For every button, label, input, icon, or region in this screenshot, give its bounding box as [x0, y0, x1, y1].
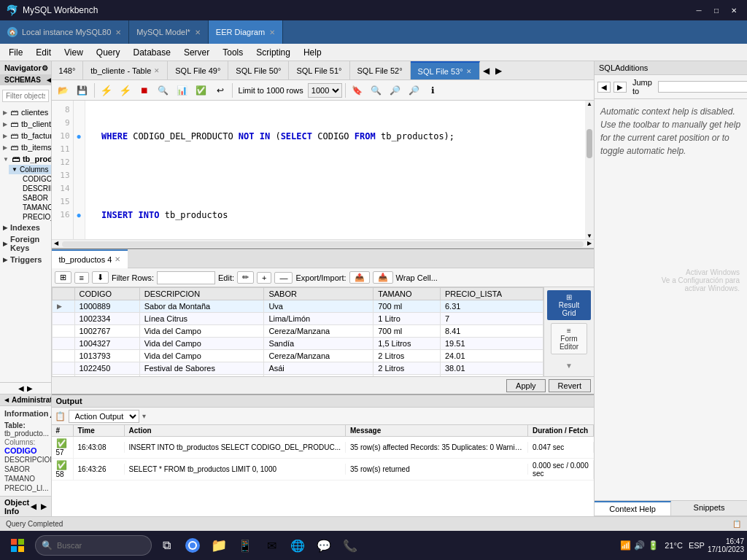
schema-item-tb-cliente[interactable]: ▶ 🗃 tb_cliente — [0, 118, 51, 130]
zoom-in-btn[interactable]: 🔎 — [406, 82, 423, 99]
minimize-button[interactable]: ─ — [692, 3, 706, 18]
schema-item-tb-productos[interactable]: ▼ 🗃 tb_productos — [0, 153, 51, 165]
scroll-up-btn[interactable]: ▲ — [585, 101, 594, 107]
schemas-tab[interactable]: SCHEMAS — [4, 76, 41, 84]
filter-rows-input[interactable] — [157, 271, 215, 284]
editor-tab-sql49[interactable]: SQL File 49° — [168, 61, 228, 80]
navigator-options-icon[interactable]: ⚙ — [42, 64, 48, 72]
result-grid-side-btn[interactable]: ⊞ResultGrid — [547, 290, 591, 320]
tab-nav-next[interactable]: ▶ — [492, 66, 505, 76]
col-sabor[interactable]: SABOR — [18, 193, 51, 203]
jump-next-btn[interactable]: ▶ — [614, 82, 627, 93]
schema-item-clientes[interactable]: ▶ 🗃 clientes — [0, 106, 51, 118]
snippets-tab[interactable]: Snippets — [671, 501, 747, 516]
col-descripcion[interactable]: DESCRIPCION — [18, 184, 51, 193]
edit-delete-btn[interactable]: — — [274, 272, 293, 284]
indexes-section[interactable]: ▶ Indexes — [0, 222, 51, 233]
tab-close-sql53[interactable]: ✕ — [466, 68, 472, 75]
action-output-select[interactable]: Action Output — [69, 410, 139, 423]
col-tamano[interactable]: TAMANO — [18, 203, 51, 212]
editor-tab-sql50[interactable]: SQL File 50° — [228, 61, 289, 80]
edit-add-btn[interactable]: + — [257, 272, 271, 284]
table-row[interactable]: 1002767 Vida del Campo Cereza/Manzana 70… — [52, 325, 543, 338]
eer-tab-close[interactable]: ✕ — [269, 28, 275, 36]
result-tab-tb-productos[interactable]: tb_productos 4 ✕ — [52, 249, 128, 268]
jump-to-input[interactable] — [658, 81, 747, 93]
obj-info-left[interactable]: ◀ — [31, 502, 36, 510]
save-file-btn[interactable]: 💾 — [74, 82, 91, 99]
model-tab[interactable]: MySQL Model* ✕ — [129, 20, 209, 44]
debug-btn[interactable]: 🔍 — [155, 82, 172, 99]
limit-rows-select[interactable]: 1000 500 200 — [308, 83, 342, 98]
menu-server[interactable]: Server — [178, 46, 215, 59]
foreign-keys-section[interactable]: ▶ Foreign Keys — [0, 233, 51, 254]
triggers-section[interactable]: ▶ Triggers — [0, 254, 51, 265]
editor-scrollbar[interactable]: ▲ ▼ — [585, 101, 594, 239]
schema-item-tb-factura[interactable]: ▶ 🗃 tb_factura — [0, 130, 51, 141]
editor-tab-sql53[interactable]: SQL File 53° ✕ — [411, 61, 480, 80]
export-btn[interactable]: 📤 — [349, 271, 370, 284]
form-editor-btn[interactable]: ≡FormEditor — [551, 323, 587, 354]
explain-btn[interactable]: 📊 — [174, 82, 191, 99]
info-btn[interactable]: ℹ — [425, 82, 442, 99]
battery-icon[interactable]: 🔋 — [648, 540, 659, 551]
bookmark-btn[interactable]: 🔖 — [349, 82, 366, 99]
menu-view[interactable]: View — [58, 46, 89, 59]
result-form-btn[interactable]: ≡ — [74, 272, 89, 284]
app-icon-2[interactable]: ✉ — [260, 534, 283, 557]
stop-query-btn[interactable]: ⏹ — [136, 82, 153, 99]
menu-edit[interactable]: Edit — [30, 46, 57, 59]
app-icon-1[interactable]: 📱 — [233, 534, 257, 557]
menu-scripting[interactable]: Scripting — [250, 46, 296, 59]
sql-content[interactable]: WHERE CODIGO_DEL_PRODUCTO NOT IN (SELECT… — [85, 101, 585, 239]
table-row[interactable]: ▶ 1000889 Sabor da Montaña Uva 700 ml 6.… — [52, 300, 543, 313]
scroll-down-results-btn[interactable]: ▼ — [551, 357, 587, 373]
scroll-thumb[interactable] — [587, 129, 592, 158]
menu-file[interactable]: File — [3, 46, 28, 59]
editor-tab-tb-cliente[interactable]: tb_cliente - Table ✕ — [83, 61, 168, 80]
menu-query[interactable]: Query — [90, 46, 126, 59]
sidebar-collapse-btn[interactable]: ◀ — [18, 384, 24, 392]
eer-tab[interactable]: EER Diagram ✕ — [209, 20, 283, 44]
scroll-down-btn[interactable]: ▼ — [585, 233, 594, 239]
menu-tools[interactable]: Tools — [217, 46, 249, 59]
commit-btn[interactable]: ✅ — [193, 82, 210, 99]
col-precio[interactable]: PRECIO_LI... — [18, 212, 51, 222]
output-icon[interactable]: 📋 — [732, 520, 741, 528]
app-icon-5[interactable]: 📞 — [338, 534, 362, 557]
app-icon-4[interactable]: 💬 — [312, 534, 336, 557]
tab-nav-prev[interactable]: ◀ — [480, 66, 492, 76]
search-btn[interactable]: 🔍 — [368, 82, 385, 99]
app-icon-3[interactable]: 🌐 — [286, 534, 309, 557]
result-grid-view-btn[interactable]: ⊞ — [55, 271, 71, 284]
close-button[interactable]: ✕ — [727, 3, 741, 18]
maximize-button[interactable]: □ — [709, 3, 724, 18]
obj-info-right[interactable]: ▶ — [41, 502, 47, 510]
rollback-btn[interactable]: ↩ — [212, 82, 229, 99]
model-tab-close[interactable]: ✕ — [195, 28, 201, 36]
file-explorer-icon[interactable]: 📁 — [207, 534, 231, 557]
edit-pencil-btn[interactable]: ✏ — [237, 271, 254, 284]
run-selected-btn[interactable]: ⚡ — [117, 82, 134, 99]
taskbar-clock[interactable]: 16:47 17/10/2023 — [708, 537, 744, 553]
editor-tab-sql52[interactable]: SQL File 52° — [350, 61, 411, 80]
sidebar-scroll[interactable]: ▶ 🗃 clientes ▶ 🗃 tb_cliente ▶ 🗃 tb_factu… — [0, 85, 51, 382]
h-scroll-right[interactable]: ▶ — [585, 240, 594, 248]
context-help-tab[interactable]: Context Help — [595, 501, 671, 516]
import-btn[interactable]: 📥 — [373, 271, 393, 284]
h-scrollbar[interactable]: ◀ ▶ — [52, 239, 594, 248]
result-grid[interactable]: CODIGO DESCRIPCION SABOR TAMANO PRECIO_L… — [52, 287, 543, 376]
run-query-btn[interactable]: ⚡ — [98, 82, 115, 99]
jump-prev-btn[interactable]: ◀ — [597, 82, 611, 93]
taskbar-search-input[interactable] — [57, 541, 137, 550]
task-view-button[interactable]: ⧉ — [155, 534, 178, 557]
instance-tab-close[interactable]: ✕ — [115, 28, 121, 36]
tab-close-tbcliente[interactable]: ✕ — [154, 67, 160, 74]
result-export-btn[interactable]: ⬇ — [92, 271, 109, 284]
result-tab-close[interactable]: ✕ — [115, 255, 120, 263]
h-scroll-left[interactable]: ◀ — [52, 240, 61, 248]
start-button[interactable] — [3, 532, 32, 559]
chrome-taskbar-icon[interactable] — [181, 534, 204, 557]
schema-item-tb-items[interactable]: ▶ 🗃 tb_items_facturas — [0, 141, 51, 153]
zoom-out-btn[interactable]: 🔎 — [387, 82, 404, 99]
